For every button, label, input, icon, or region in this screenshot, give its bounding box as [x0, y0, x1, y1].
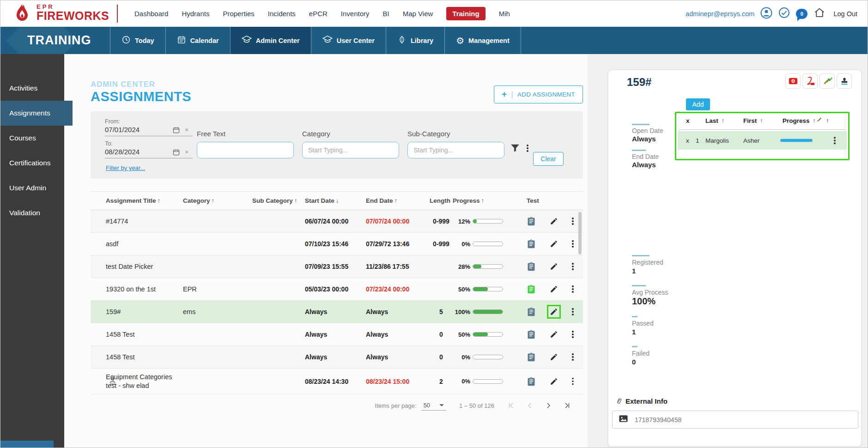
table-row[interactable]: 159# ems Always Always 5 100%	[91, 301, 583, 323]
sidebar-item-user-admin[interactable]: User Admin	[0, 176, 64, 200]
calendar-picker-icon[interactable]	[173, 149, 180, 157]
column-header-category[interactable]: Category↑	[183, 197, 252, 204]
nav-item-hydrants[interactable]: Hydrants	[182, 10, 209, 18]
row-menu-icon[interactable]	[572, 353, 574, 361]
row-menu-icon[interactable]	[572, 218, 574, 225]
to-date-value[interactable]: 08/28/2024	[105, 148, 140, 156]
table-row[interactable]: #14774 06/07/24 00:00 07/07/24 00:00 0-9…	[91, 210, 583, 233]
nav-item-incidents[interactable]: Incidents	[268, 10, 296, 18]
chat-badge-icon[interactable]: 0	[796, 9, 807, 19]
logout-button[interactable]: Log Out	[833, 10, 857, 18]
participant-row[interactable]: x 1 Margolis Asher	[678, 131, 847, 150]
test-clipboard-icon[interactable]	[527, 217, 536, 226]
sidebar-item-certifications[interactable]: Certifications	[0, 151, 64, 176]
column-header-length[interactable]: Length	[430, 197, 453, 204]
participant-col-remove[interactable]: x	[686, 117, 690, 124]
table-row[interactable]: 1458 Test Always Always 0 0%	[91, 346, 583, 369]
row-menu-icon[interactable]	[572, 240, 574, 248]
filter-menu-icon[interactable]	[527, 145, 528, 152]
video-icon[interactable]	[785, 73, 801, 89]
free-text-input[interactable]	[197, 142, 294, 158]
edit-pencil-button[interactable]	[547, 375, 561, 388]
nav-item-training[interactable]: Training	[446, 7, 485, 20]
sidebar-item-validation[interactable]: Validation	[0, 200, 64, 225]
edit-pencil-button[interactable]	[547, 350, 561, 364]
edit-pencil-button[interactable]	[547, 305, 561, 319]
external-info-item[interactable]: 1718793940458	[612, 411, 858, 429]
subcategory-input[interactable]	[407, 142, 504, 158]
from-date-value[interactable]: 07/01/2024	[105, 126, 140, 133]
user-email[interactable]: adminepr@eprsys.com	[686, 10, 754, 18]
edit-pencil-button[interactable]	[547, 327, 561, 341]
sidebar-item-assignments[interactable]: Assignments	[0, 101, 73, 126]
avatar-icon[interactable]	[760, 7, 772, 21]
column-header-title[interactable]: Assignment Title↑	[106, 197, 183, 204]
table-row[interactable]: test Date Picker 07/09/23 15:55 11/23/86…	[91, 255, 583, 278]
row-menu-icon[interactable]	[572, 378, 574, 385]
last-page-icon[interactable]	[563, 401, 571, 410]
column-header-progress[interactable]: Progress↑	[453, 197, 527, 204]
row-menu-icon[interactable]	[572, 331, 574, 338]
column-header-end-date[interactable]: End Date↑	[366, 197, 430, 204]
edit-pencil-button[interactable]	[547, 260, 561, 273]
row-menu-icon[interactable]	[572, 285, 574, 293]
clear-to-date-icon[interactable]: ×	[185, 148, 188, 156]
first-page-icon[interactable]	[507, 401, 516, 410]
signature-check-icon[interactable]	[819, 73, 835, 89]
tab-calendar[interactable]: Calendar	[165, 27, 230, 54]
test-clipboard-icon[interactable]	[527, 262, 536, 271]
test-clipboard-icon[interactable]	[527, 377, 536, 386]
category-input[interactable]	[302, 142, 399, 158]
items-per-page-select[interactable]: 50	[421, 400, 446, 411]
nav-item-map-view[interactable]: Map View	[403, 10, 433, 18]
previous-page-icon[interactable]	[526, 401, 534, 410]
participant-menu-icon[interactable]	[834, 137, 836, 144]
clear-from-date-icon[interactable]: ×	[185, 126, 188, 133]
tab-management[interactable]: ⚙ Management	[444, 27, 521, 54]
sidebar-item-activities[interactable]: Activities	[0, 76, 64, 101]
sidebar-item-courses[interactable]: Courses	[0, 126, 64, 151]
nav-item-properties[interactable]: Properties	[223, 10, 254, 18]
edit-pencil-button[interactable]	[547, 214, 561, 228]
table-scrollbar[interactable]	[578, 212, 582, 254]
pdf-icon[interactable]	[802, 73, 818, 89]
nav-item-mih[interactable]: Mih	[499, 10, 510, 18]
table-row[interactable]: 1458 Test Always Always 0 50%	[91, 323, 583, 346]
column-header-subcategory[interactable]: Sub Category↑	[252, 197, 305, 204]
table-row[interactable]: asdf 07/10/23 15:46 07/29/72 13:46 0-999…	[91, 233, 583, 255]
participant-col-first[interactable]: First ↑	[743, 117, 763, 124]
next-page-icon[interactable]	[544, 401, 552, 410]
add-participant-button[interactable]: Add	[686, 98, 710, 110]
nav-item-inventory[interactable]: Inventory	[341, 10, 370, 18]
nav-item-bi[interactable]: BI	[383, 10, 389, 18]
row-menu-icon[interactable]	[572, 308, 574, 315]
tab-library[interactable]: Library	[386, 27, 444, 54]
nav-item-dashboard[interactable]: Dashboard	[134, 10, 168, 18]
edit-pencil-button[interactable]	[547, 237, 561, 251]
tab-today[interactable]: Today	[110, 27, 165, 54]
home-icon[interactable]	[813, 7, 826, 20]
table-row[interactable]: Equipment Categoriestest - shw elad 08/2…	[91, 369, 583, 394]
nav-item-epcr[interactable]: ePCR	[309, 10, 328, 18]
sort-arrow[interactable]: ↑	[826, 117, 829, 124]
stamp-icon[interactable]	[837, 73, 852, 89]
add-assignment-button[interactable]: + | ADD ASSIGNMENT	[494, 85, 583, 103]
test-clipboard-icon[interactable]	[527, 352, 536, 362]
test-clipboard-icon[interactable]	[527, 330, 536, 339]
check-circle-icon[interactable]	[778, 7, 790, 20]
column-header-start-date[interactable]: Start Date↓	[305, 197, 366, 204]
signature-pen-icon[interactable]	[816, 116, 823, 124]
test-clipboard-icon[interactable]	[527, 239, 536, 248]
tab-admin-center[interactable]: Admin Center	[230, 27, 311, 54]
clear-filters-button[interactable]: Clear	[533, 152, 564, 166]
filter-funnel-icon[interactable]	[510, 144, 520, 155]
test-clipboard-icon[interactable]	[527, 285, 536, 294]
filter-by-year-link[interactable]: Filter by year...	[106, 164, 145, 171]
edit-pencil-button[interactable]	[547, 282, 561, 296]
table-row[interactable]: 19320 on the 1st EPR 05/03/23 00:00 07/2…	[91, 278, 583, 301]
participant-col-last[interactable]: Last ↑	[705, 117, 724, 124]
row-menu-icon[interactable]	[572, 263, 574, 270]
test-clipboard-icon[interactable]	[527, 307, 536, 316]
tab-user-center[interactable]: User Center	[311, 27, 386, 54]
remove-participant-button[interactable]: x	[686, 137, 689, 144]
